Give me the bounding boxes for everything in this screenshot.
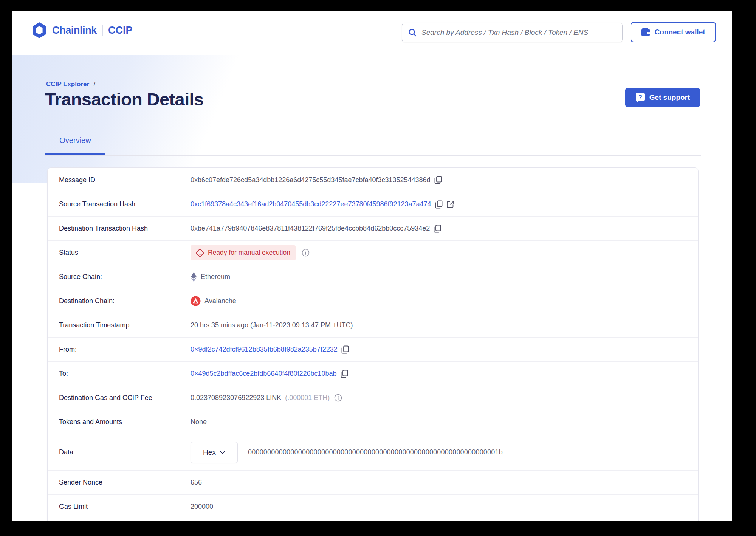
value-text: 200000 [191,503,213,511]
breadcrumb-separator: / [94,81,96,88]
data-format-selector[interactable]: Hex [191,442,238,463]
external-link-button[interactable] [446,200,454,208]
copy-icon [435,200,443,209]
row-label: Destination Chain: [59,297,191,305]
row-value: None [191,418,207,426]
status-text: Ready for manual execution [208,249,290,257]
wallet-icon [641,28,650,36]
copy-button[interactable] [434,225,441,233]
value-link[interactable]: 0xc1f69378a4c343ef16ad2b0470455db3cd2222… [191,200,431,208]
search-input[interactable] [421,28,616,37]
detail-row: Tokens and AmountsNone [48,410,698,434]
detail-row: Source Chain:Ethereum [48,265,698,289]
status-badge: Ready for manual execution [191,245,296,260]
copy-button[interactable] [341,370,348,378]
row-value: Ready for manual execution [191,245,310,260]
value-link[interactable]: 0×49d5c2bdffac6ce2bfdb6640f4f80f226bc10b… [191,370,337,378]
get-support-label: Get support [649,93,690,102]
row-value: 0×9df2c742dfcf9612b835fb6b8f982a235b7f22… [191,345,349,354]
detail-row: DataHex000000000000000000000000000000000… [48,434,698,470]
fee-secondary: (.000001 ETH) [285,394,330,402]
warning-diamond-icon [196,249,204,257]
search-box[interactable] [402,23,623,42]
search-icon [408,28,417,37]
get-support-button[interactable]: ? Get support [625,88,700,107]
value-text: 0xbe741a779b9407846e837811f438122f769f25… [191,225,430,232]
brand-name: Chainlink [52,25,97,36]
data-format-label: Hex [203,448,216,457]
info-button[interactable] [334,394,342,402]
breadcrumb: CCIP Explorer / [46,81,95,88]
row-value: 200000 [191,503,213,511]
ethereum-chain-value: Ethereum [191,272,230,282]
row-value: 20 hrs 35 mins ago (Jan-11-2023 09:13:47… [191,321,353,329]
row-value: 0×49d5c2bdffac6ce2bfdb6640f4f80f226bc10b… [191,370,348,378]
row-label: Destination Transaction Hash [59,225,191,232]
page-title: Transaction Details [45,89,204,110]
value-text: 0xb6c07efde726cd5a34dbb1226a6d4275c55d34… [191,176,431,184]
row-label: Source Chain: [59,273,191,281]
row-label: Destination Gas and CCIP Fee [59,394,191,402]
chevron-down-icon [220,451,225,454]
external-link-icon [446,200,454,208]
avalanche-chain-value: Avalanche [191,296,236,306]
value-text: 656 [191,479,202,486]
detail-row: Message ID0xb6c07efde726cd5a34dbb1226a6d… [48,168,698,192]
brand[interactable]: Chainlink CCIP [32,22,132,39]
detail-row: Gas Limit200000 [48,494,698,519]
detail-row: StatusReady for manual execution [48,240,698,265]
row-label: Status [59,249,191,257]
row-value: 0xbe741a779b9407846e837811f438122f769f25… [191,225,441,233]
details-card: Message ID0xb6c07efde726cd5a34dbb1226a6d… [47,167,699,521]
row-label: Transaction Timestamp [59,321,191,329]
row-label: Message ID [59,176,191,184]
question-bubble-icon: ? [635,93,645,102]
hero-gradient [12,55,245,183]
detail-row: Destination Chain:Avalanche [48,289,698,313]
detail-row: From:0×9df2c742dfcf9612b835fb6b8f982a235… [48,337,698,361]
row-label: Gas Limit [59,503,191,511]
data-hex-value: 0000000000000000000000000000000000000000… [248,448,503,456]
copy-button[interactable] [434,176,442,184]
row-label: Data [59,448,191,456]
row-value: 0.023708923076922923 LINK(.000001 ETH) [191,394,342,402]
row-value: Ethereum [191,272,230,282]
info-icon [302,249,310,257]
row-value: Avalanche [191,296,236,306]
brand-product: CCIP [108,25,133,36]
copy-icon [341,370,348,378]
fee-primary: 0.023708923076922923 LINK [191,394,281,402]
row-label: Source Transaction Hash [59,200,191,208]
tab-overview[interactable]: Overview [45,136,105,155]
row-value: Hex0000000000000000000000000000000000000… [191,442,503,463]
ethereum-icon [191,272,197,282]
value-text: 20 hrs 35 mins ago (Jan-11-2023 09:13:47… [191,321,353,329]
chain-name: Avalanche [204,297,236,305]
value-link[interactable]: 0×9df2c742dfcf9612b835fb6b8f982a235b7f22… [191,345,338,353]
value-text: None [191,418,207,426]
detail-row: Destination Transaction Hash0xbe741a779b… [48,216,698,240]
info-button[interactable] [302,249,310,257]
copy-icon [434,176,442,184]
detail-row: Destination Gas and CCIP Fee0.0237089230… [48,386,698,410]
row-value: 0xb6c07efde726cd5a34dbb1226a6d4275c55d34… [191,176,442,184]
copy-button[interactable] [341,345,349,354]
app-window: Chainlink CCIP Connect [12,11,732,521]
connect-wallet-label: Connect wallet [654,28,705,36]
connect-wallet-button[interactable]: Connect wallet [631,22,716,42]
brand-divider [102,25,103,36]
detail-row: Source Transaction Hash0xc1f69378a4c343e… [48,192,698,216]
detail-row: Sender Nonce656 [48,470,698,494]
detail-row: To:0×49d5c2bdffac6ce2bfdb6640f4f80f226bc… [48,361,698,386]
row-label: Sender Nonce [59,479,191,486]
svg-text:?: ? [638,94,642,101]
row-value: 656 [191,479,202,486]
breadcrumb-link[interactable]: CCIP Explorer [46,81,89,88]
detail-row: Transaction Timestamp20 hrs 35 mins ago … [48,313,698,337]
info-icon [334,394,342,402]
tab-divider-line [45,155,701,156]
row-value: 0xc1f69378a4c343ef16ad2b0470455db3cd2222… [191,200,454,209]
row-label: To: [59,370,191,378]
chainlink-hexagon-icon [32,22,47,39]
copy-button[interactable] [435,200,443,209]
